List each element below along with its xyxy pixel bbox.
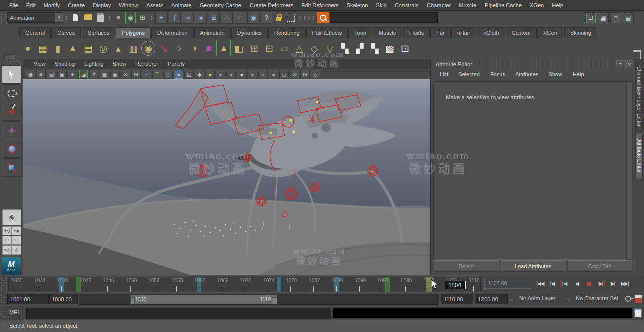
menu-item[interactable]: Constrain [391,0,423,10]
range-slider-groove[interactable]: 1030 1110 [79,294,438,305]
step-back-frame-button[interactable]: |◀ [546,277,558,289]
shadows-icon[interactable]: ● [237,70,247,79]
step-forward-key-button[interactable]: ▶| [595,277,607,289]
four-pane-layout-button[interactable]: +◇ [2,226,12,235]
menu-item[interactable]: Skin [372,0,390,10]
multi-cut-icon[interactable]: ▽ [322,40,337,56]
uv-smooth-icon[interactable]: ▩ [382,40,397,56]
grease-pencil-icon[interactable]: ◪ [78,70,88,79]
snap-to-point-icon[interactable]: ∞ [182,12,194,24]
auto-keyframe-icon[interactable] [625,296,631,302]
collapse-chevron-icon[interactable]: ❭ [65,15,68,20]
combine-icon[interactable]: ⊞ [247,40,262,56]
menu-item[interactable]: Edit Deformers [297,0,342,10]
viewport-menu-item[interactable]: View [29,59,50,69]
safe-action-icon[interactable]: ⊡ [142,70,151,79]
poly-cylinder-icon[interactable]: ▮ [50,40,65,56]
time-slider[interactable]: 1030 1034 1038 1042 1046 1050 1054 1058 … [8,277,481,292]
single-pane-layout-button[interactable]: ◈ [2,209,21,225]
sidebar-tab[interactable]: Channel Box / Layer Editor [635,61,643,132]
step-back-key-button[interactable]: |◀ [558,277,571,289]
select-camera-icon[interactable]: ◉ [26,70,35,79]
scale-tool-button[interactable] [2,158,22,177]
grid-toggle-icon[interactable]: # [89,70,99,79]
trash-icon[interactable] [633,50,641,60]
anim-layer-dropdown-icon[interactable]: ▽ [510,297,513,301]
shelf-tab[interactable]: nHair [451,27,476,38]
collapse-chevron-icon[interactable]: ❭ ❭ ❭ ❭ [298,15,315,20]
poly-pipe-icon[interactable]: ▥ [126,40,141,56]
rotate-tool-button[interactable] [2,140,22,158]
search-button[interactable] [317,12,330,23]
uv-unfold-icon[interactable]: ▞ [352,40,367,56]
smooth-icon[interactable]: ▱ [277,40,292,56]
lasso-tool-button[interactable] [2,84,22,102]
select-hierarchy-icon[interactable]: ≡ [113,12,124,23]
smooth-shade-icon[interactable]: ■ [174,70,183,79]
select-button[interactable]: Select [434,260,499,272]
shelf-tab[interactable]: Deformation [151,27,194,38]
persp-outliner-layout-button[interactable]: +◈ [12,226,21,235]
attribute-editor-menu-item[interactable]: Show [543,71,568,77]
menu-item[interactable]: Edit [22,0,40,10]
go-to-start-button[interactable]: |◀◀ [534,277,546,289]
separate-icon[interactable]: ⊟ [262,40,277,56]
film-gate-icon[interactable]: ▦ [100,70,109,79]
range-slider-bar[interactable]: 1030 1110 [130,295,277,304]
sidebar-tab[interactable]: Attribute Editor [635,134,643,178]
persp-graph-layout-button[interactable]: ◇ [12,245,21,255]
uv-editor-icon[interactable]: ⊡ [397,40,413,56]
motion-blur-icon[interactable]: ● [258,70,268,79]
shelf-tab[interactable]: General [19,27,51,38]
poly-soccer-ball-icon[interactable]: ○ [171,40,186,56]
attribute-editor-menu-item[interactable]: List [435,71,453,77]
menu-item[interactable]: Pipeline Cache [480,0,526,10]
channel-sliders-icon[interactable]: ≡ [610,12,621,23]
status-line-grip[interactable] [0,11,7,24]
menu-item[interactable]: Window [115,0,142,10]
sculpt-tool-icon[interactable]: ▲ [216,40,231,56]
uv-layout-icon[interactable]: ▚ [367,40,382,56]
help-icon[interactable]: ? [260,12,272,24]
wireframe-icon[interactable]: ◇ [163,70,173,79]
outliner-split-layout-button[interactable]: ≡◇ [2,245,12,255]
lock-icon[interactable] [273,12,284,23]
collapse-chevron-icon[interactable]: ❭ [150,15,153,20]
collapse-chevron-icon[interactable]: ❭ [108,15,111,20]
menu-item[interactable]: Geometry Cache [196,0,246,10]
playback-start-field[interactable]: 1030.00 [49,294,78,304]
shelf-tab[interactable]: XGen [537,27,564,38]
xray-joints-icon[interactable]: ⊞ [300,70,310,79]
copy-tab-button[interactable]: Copy Tab [567,260,632,272]
stop-button[interactable]: ■ [583,277,595,289]
shelf-tab[interactable]: Curves [51,27,81,38]
gate-mask-icon[interactable]: ⊠ [121,70,130,79]
go-to-end-button[interactable]: ▶▶| [619,277,631,289]
close-panel-icon[interactable]: × [625,60,633,68]
menu-item[interactable]: File [5,0,22,10]
image-plane-icon[interactable]: ▣ [57,70,67,79]
character-set-dropdown[interactable]: No Character Set [576,295,618,301]
poly-cube-icon[interactable]: ▦ [35,40,50,56]
quad-draw-icon[interactable]: ↘ [156,40,171,56]
shelf-tab[interactable]: nCloth [477,27,505,38]
load-attributes-button[interactable]: Load Attributes [501,260,566,272]
viewport-menu-item[interactable]: Shading [50,59,79,69]
shelf-tab[interactable]: Polygons [116,27,150,38]
shelf-tab[interactable]: Fur [430,27,451,38]
two-pane-layout-button[interactable]: ++ [2,236,12,245]
attribute-spreadsheet-icon[interactable]: ▦ [598,12,609,23]
field-chart-icon[interactable]: ⊞ [131,70,141,79]
no-lights-icon[interactable]: ● [226,70,236,79]
shelf-tab[interactable]: PaintEffects [306,27,348,38]
viewport-menu-item[interactable]: Show [108,59,131,69]
animation-start-field[interactable]: 1001.00 [7,294,49,304]
all-lights-icon[interactable]: ● [216,70,225,79]
select-object-icon[interactable]: ◉ [125,12,136,23]
save-scene-icon[interactable] [95,12,106,23]
viewport-menu-item[interactable]: Panels [163,59,189,69]
toolbox-grip[interactable] [3,60,20,64]
attribute-editor-menu-item[interactable]: Selected [453,71,485,77]
viewport-menu-item[interactable]: Renderer [131,59,163,69]
shelf-tab[interactable]: Dynamics [231,27,268,38]
